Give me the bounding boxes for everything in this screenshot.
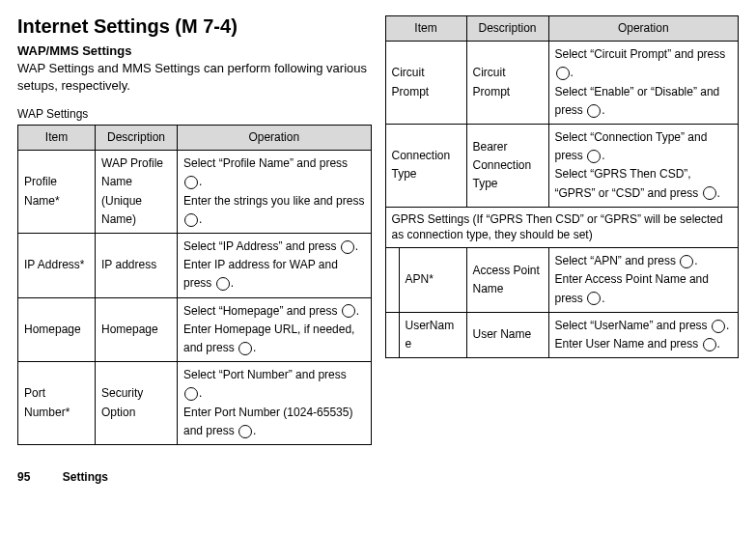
gprs-note-row: GPRS Settings (If “GPRS Then CSD” or “GP… <box>385 207 739 248</box>
ok-button-icon <box>184 387 198 401</box>
cell-operation: Select “Homepage” and press .Enter Homep… <box>178 297 372 362</box>
table-row: Port Number*Security OptionSelect “Port … <box>18 362 372 445</box>
cell-item: Connection Type <box>385 124 466 207</box>
cell-operation: Select “IP Address” and press .Enter IP … <box>178 234 372 298</box>
ok-button-icon <box>216 277 230 291</box>
cell-operation: Select “APN” and press .Enter Access Poi… <box>548 248 739 313</box>
ok-button-icon <box>680 255 693 268</box>
indent-cell <box>385 312 399 357</box>
th-description: Description <box>96 126 178 151</box>
cell-item: APN* <box>399 248 466 313</box>
ok-button-icon <box>587 104 601 118</box>
ok-button-icon <box>184 213 198 227</box>
ok-button-icon <box>184 176 198 189</box>
th-item: Item <box>385 16 466 42</box>
table-header-row: Item Description Operation <box>18 126 372 151</box>
title-text: Internet Settings <box>17 15 170 37</box>
ok-button-icon <box>703 338 716 351</box>
cell-item: Port Number* <box>18 362 96 445</box>
ok-button-icon <box>342 304 355 318</box>
cell-description: User Name <box>466 312 548 357</box>
cell-item: Homepage <box>18 297 96 362</box>
cell-item: IP Address* <box>18 234 96 298</box>
table-header-row: Item Description Operation <box>385 16 739 42</box>
th-operation: Operation <box>178 126 372 151</box>
cell-description: IP address <box>96 234 178 298</box>
table-row: Profile Name*WAP Profile Name (Unique Na… <box>18 151 372 234</box>
cell-description: Circuit Prompt <box>466 42 548 125</box>
ok-button-icon <box>712 320 725 333</box>
table-row: HomepageHomepageSelect “Homepage” and pr… <box>18 297 372 362</box>
ok-button-icon <box>341 240 354 254</box>
th-description: Description <box>466 16 548 42</box>
page-columns: Internet Settings (M 7-4) WAP/MMS Settin… <box>17 15 739 484</box>
left-column: Internet Settings (M 7-4) WAP/MMS Settin… <box>17 15 372 484</box>
footer-section: Settings <box>63 470 108 484</box>
page-title: Internet Settings (M 7-4) <box>17 15 372 38</box>
cell-item: Circuit Prompt <box>385 42 466 125</box>
cell-operation: Select “Port Number” and press .Enter Po… <box>178 362 372 445</box>
subtitle: WAP/MMS Settings <box>17 43 372 58</box>
right-settings-table: Item Description Operation Circuit Promp… <box>385 15 740 358</box>
table-row: APN*Access Point NameSelect “APN” and pr… <box>385 248 739 313</box>
table-row: UserNameUser NameSelect “UserName” and p… <box>385 312 739 357</box>
cell-description: WAP Profile Name (Unique Name) <box>96 151 178 234</box>
table-row: Connection TypeBearer Connection TypeSel… <box>385 124 739 207</box>
cell-item: UserName <box>399 312 466 357</box>
intro-text: WAP Settings and MMS Settings can perfor… <box>17 60 372 94</box>
table-row: Circuit PromptCircuit PromptSelect “Circ… <box>385 42 739 125</box>
ok-button-icon <box>238 425 252 438</box>
ok-button-icon <box>238 342 252 355</box>
cell-operation: Select “Profile Name” and press .Enter t… <box>178 151 372 234</box>
menu-location: (M 7-4) <box>175 15 237 37</box>
th-item: Item <box>18 126 96 151</box>
cell-description: Access Point Name <box>466 248 548 313</box>
cell-operation: Select “UserName” and press .Enter User … <box>548 312 739 357</box>
cell-item: Profile Name* <box>18 151 96 234</box>
cell-description: Security Option <box>96 362 178 445</box>
table-row: IP Address*IP addressSelect “IP Address”… <box>18 234 372 298</box>
page-footer: 95 Settings <box>17 470 372 484</box>
cell-description: Homepage <box>96 297 178 362</box>
wap-settings-heading: WAP Settings <box>17 107 372 121</box>
ok-button-icon <box>556 67 570 80</box>
cell-operation: Select “Connection Type” and press .Sele… <box>548 124 739 207</box>
cell-operation: Select “Circuit Prompt” and press .Selec… <box>548 42 739 125</box>
wap-settings-table: Item Description Operation Profile Name*… <box>17 125 372 445</box>
ok-button-icon <box>587 150 601 163</box>
th-operation: Operation <box>548 16 739 42</box>
ok-button-icon <box>703 186 716 200</box>
ok-button-icon <box>587 292 601 305</box>
gprs-note-cell: GPRS Settings (If “GPRS Then CSD” or “GP… <box>385 207 739 248</box>
right-column: Item Description Operation Circuit Promp… <box>385 15 740 358</box>
indent-cell <box>385 248 399 313</box>
cell-description: Bearer Connection Type <box>466 124 548 207</box>
page-number: 95 <box>17 470 30 484</box>
